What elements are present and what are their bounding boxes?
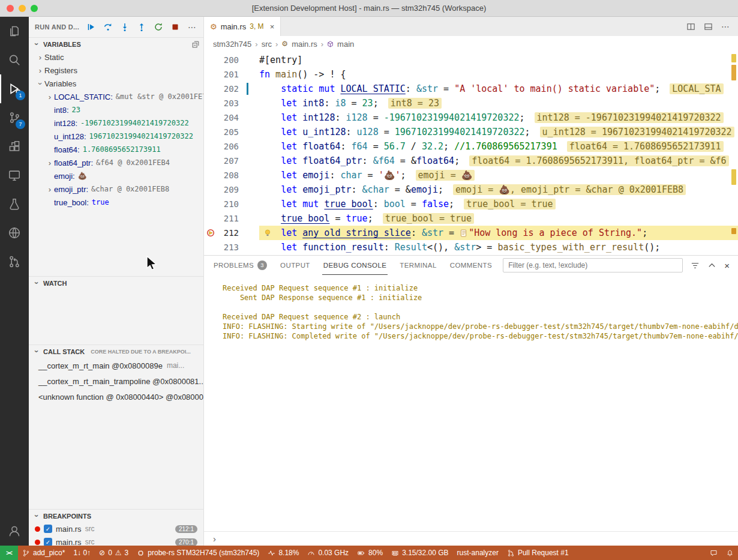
breakpoint-current-line-icon[interactable] [204, 226, 217, 240]
toggle-layout-icon[interactable] [704, 22, 713, 31]
step-over-button[interactable] [103, 22, 113, 32]
lightbulb-icon[interactable] [263, 229, 272, 237]
problems-item[interactable]: ⊘ 0 ⚠ 3 [95, 546, 133, 560]
minimize-window-icon[interactable] [19, 5, 26, 12]
variables-section-header[interactable]: › VARIABLES [29, 37, 203, 50]
tab-main-rs[interactable]: ⚙ main.rs 3, M × [204, 17, 281, 36]
variable-row[interactable]: int8:23 [29, 103, 203, 116]
code-line[interactable]: 207 let float64_ptr: &f64 = &float64;flo… [204, 154, 738, 168]
panel-tab-terminal[interactable]: TERMINAL [398, 256, 437, 275]
notifications-item[interactable] [722, 546, 738, 560]
window-controls[interactable] [7, 5, 38, 12]
variable-row[interactable]: ›Static [29, 50, 203, 64]
code-line[interactable]: 212 let any_old_string_slice: &str = "Ho… [204, 226, 738, 240]
call-stack-frame[interactable]: __cortex_m_rt_main_trampoline @0x0800081… [29, 373, 203, 389]
activity-explorer[interactable] [0, 17, 29, 46]
stop-button[interactable] [170, 22, 181, 32]
variable-row[interactable]: int128:-196710231994021419720322 [29, 116, 203, 130]
step-into-button[interactable] [119, 22, 130, 32]
cpu-usage-item[interactable]: 8.18% [263, 546, 303, 560]
cpu-freq: 0.03 GHz [318, 549, 349, 557]
panel-tab-debug-console[interactable]: DEBUG CONSOLE [322, 256, 388, 275]
overview-ruler[interactable] [730, 52, 738, 255]
variable-row[interactable]: true_bool:true [29, 196, 203, 209]
activity-run-debug[interactable]: 1 [0, 74, 29, 103]
code-line[interactable]: 206 let float64: f64 = 56.7 / 32.2; //1.… [204, 139, 738, 154]
close-panel-icon[interactable]: × [724, 260, 730, 271]
code-line[interactable]: 211 true_bool = true;true_bool = true [204, 211, 738, 226]
more-actions-icon[interactable]: ⋯ [721, 22, 730, 31]
activity-account[interactable] [0, 517, 29, 546]
debug-more-actions-icon[interactable]: ⋯ [187, 22, 197, 32]
breakpoint-checkbox[interactable]: ✓ [44, 525, 52, 533]
breadcrumb-item[interactable]: main [337, 40, 354, 49]
debug-console-input[interactable]: › [204, 531, 738, 546]
debug-console-output[interactable]: Received DAP Request sequence #1 : initi… [204, 275, 738, 531]
activity-source-control[interactable]: 7 [0, 103, 29, 132]
call-stack-section-header[interactable]: › CALL STACK CORE HALTED DUE TO A BREAKP… [29, 345, 203, 358]
code-line[interactable]: 209 let emoji_ptr: &char = &emoji;emoji … [204, 182, 738, 197]
activity-remote-explorer[interactable] [0, 161, 29, 190]
restart-button[interactable] [153, 22, 164, 32]
variable-row[interactable]: ›emoji_ptr:&char @ 0x2001FEB8 [29, 182, 203, 196]
watch-section-header[interactable]: › WATCH [29, 276, 203, 289]
code-line[interactable]: 213 let function_result: Result<(), &str… [204, 240, 738, 254]
activity-github[interactable] [0, 218, 29, 247]
close-window-icon[interactable] [7, 5, 14, 12]
variable-row[interactable]: float64:1.7608695652173911 [29, 143, 203, 156]
step-out-button[interactable] [136, 22, 147, 32]
panel-tab-comments[interactable]: COMMENTS [449, 256, 493, 275]
code-line[interactable]: 205 let u_int128: u128 = 196710231994021… [204, 125, 738, 139]
feedback-item[interactable] [706, 546, 722, 560]
remote-indicator[interactable]: >< [0, 546, 18, 560]
variable-row[interactable]: ›float64_ptr:&f64 @ 0x2001FEB4 [29, 156, 203, 169]
battery-item[interactable]: 80% [353, 546, 387, 560]
cpu-freq-item[interactable]: 0.03 GHz [303, 546, 353, 560]
breadcrumb-item[interactable]: src [262, 40, 272, 49]
activity-search[interactable] [0, 46, 29, 74]
rust-analyzer-item[interactable]: rust-analyzer [453, 546, 503, 560]
pull-request-item[interactable]: Pull Request #1 [503, 546, 573, 560]
code-line[interactable]: 208 let emoji: char = '💩';emoji = 💩 [204, 168, 738, 182]
code-line[interactable]: 200#[entry] [204, 53, 738, 67]
code-line[interactable]: 201fn main() -> ! { [204, 67, 738, 82]
panel-tab-output[interactable]: OUTPUT [279, 256, 311, 275]
activity-pull-requests[interactable] [0, 247, 29, 276]
breakpoints-section-header[interactable]: › BREAKPOINTS [29, 509, 203, 522]
variable-row[interactable]: emoji:💩 [29, 169, 203, 182]
debug-target-item[interactable]: probe-rs STM32H745 (stm32h745) [133, 546, 263, 560]
breadcrumb-item[interactable]: main.rs [292, 40, 317, 49]
activity-testing[interactable] [0, 190, 29, 218]
continue-button[interactable] [86, 22, 97, 32]
panel-tab-problems[interactable]: PROBLEMS3 [212, 256, 268, 275]
filter-input[interactable] [508, 261, 677, 269]
git-sync-item[interactable]: 1↓ 0↑ [69, 546, 95, 560]
breakpoint-row[interactable]: ✓main.rssrc212:1 [29, 522, 203, 535]
split-editor-icon[interactable] [686, 22, 695, 31]
maximize-panel-icon[interactable] [707, 261, 716, 270]
zoom-window-icon[interactable] [31, 5, 38, 12]
code-line[interactable]: 210 let mut true_bool: bool = false;true… [204, 197, 738, 211]
close-icon[interactable]: × [270, 22, 275, 31]
variable-row[interactable]: ›LOCAL_STATIC:&mut &str @ 0x2001FE78 [29, 90, 203, 103]
variable-name: true_bool: [54, 198, 89, 207]
console-filter[interactable] [503, 258, 683, 272]
variable-row[interactable]: u_int128:196710231994021419720322 [29, 130, 203, 143]
code-line[interactable]: 202 static mut LOCAL_STATIC: &str = "A '… [204, 82, 738, 96]
call-stack-frame[interactable]: <unknown function @ 0x08000440> @0x08000… [29, 389, 203, 405]
code-line[interactable]: 203 let int8: i8 = 23;int8 = 23 [204, 96, 738, 110]
call-stack-frame[interactable]: __cortex_m_rt_main @0x0800089emai... [29, 358, 203, 373]
variable-row[interactable]: ›Registers [29, 64, 203, 77]
activity-extensions[interactable] [0, 132, 29, 161]
memory-item[interactable]: 3.15/32.00 GB [387, 546, 452, 560]
code-line[interactable]: 204 let int128: i128 = -1967102319940214… [204, 110, 738, 125]
panel-tabs: PROBLEMS3OUTPUTDEBUG CONSOLETERMINALCOMM… [212, 256, 493, 275]
collapse-all-icon[interactable] [191, 40, 200, 49]
git-branch-item[interactable]: add_pico* [18, 546, 69, 560]
breakpoint-row[interactable]: ✓main.rssrc270:1 [29, 535, 203, 546]
code-editor[interactable]: 200#[entry]201fn main() -> ! {202 static… [204, 52, 738, 255]
variable-row[interactable]: ›Variables [29, 77, 203, 90]
filter-lines-icon[interactable] [691, 261, 700, 270]
breakpoint-checkbox[interactable]: ✓ [44, 538, 52, 546]
breadcrumb-item[interactable]: stm32h745 [213, 40, 251, 49]
